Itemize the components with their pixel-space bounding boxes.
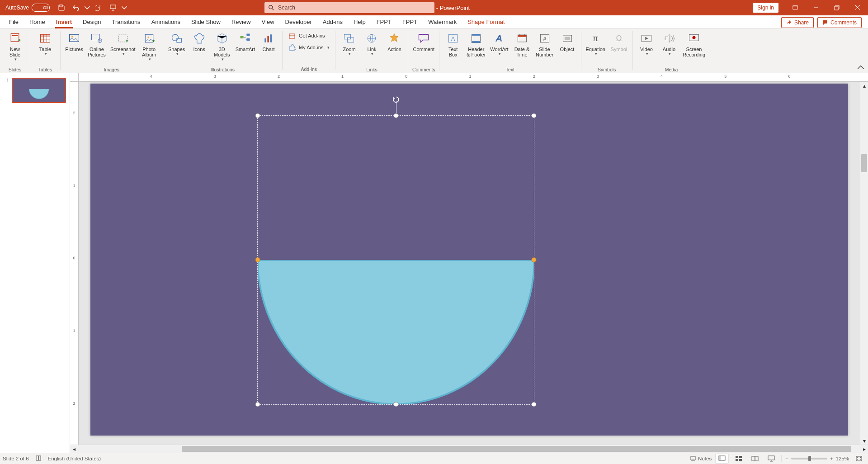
audio-button[interactable]: Audio ▾ bbox=[658, 30, 680, 66]
pictures-button[interactable]: Pictures bbox=[63, 30, 85, 66]
comment-button[interactable]: Comment bbox=[411, 30, 436, 66]
horizontal-ruler[interactable]: 4 3 2 1 0 1 2 3 4 5 6 bbox=[70, 73, 868, 82]
shapes-button[interactable]: Shapes ▾ bbox=[166, 30, 188, 66]
tab-design[interactable]: Design bbox=[77, 15, 106, 28]
datetime-button[interactable]: Date & Time bbox=[511, 30, 533, 66]
action-button[interactable]: Action bbox=[383, 30, 405, 66]
view-sorter-button[interactable] bbox=[732, 454, 745, 463]
tab-help[interactable]: Help bbox=[348, 15, 371, 28]
get-addins-button[interactable]: Get Add-ins bbox=[285, 30, 332, 41]
scroll-left-button[interactable]: ◂ bbox=[70, 445, 78, 453]
zoom-slider-knob[interactable] bbox=[808, 456, 811, 461]
tab-watermark[interactable]: Watermark bbox=[423, 15, 462, 28]
wordart-button[interactable]: A WordArt ▾ bbox=[488, 30, 510, 66]
view-slideshow-button[interactable] bbox=[765, 454, 778, 463]
comments-button[interactable]: Comments bbox=[817, 17, 862, 28]
link-button[interactable]: Link ▾ bbox=[361, 30, 382, 66]
qat-customize-button[interactable] bbox=[121, 1, 127, 14]
signin-button[interactable]: Sign in bbox=[753, 3, 778, 13]
shape-half-circle[interactable] bbox=[258, 260, 534, 404]
zoom-button[interactable]: Zoom ▾ bbox=[338, 30, 360, 66]
view-normal-button[interactable] bbox=[715, 454, 729, 464]
tab-shape-format[interactable]: Shape Format bbox=[462, 15, 510, 28]
video-button[interactable]: Video ▾ bbox=[636, 30, 657, 66]
undo-button[interactable] bbox=[70, 1, 82, 14]
tab-animations[interactable]: Animations bbox=[146, 15, 186, 28]
minimize-button[interactable] bbox=[806, 0, 826, 15]
screenshot-button[interactable]: Screenshot ▾ bbox=[108, 30, 137, 66]
slidenumber-button[interactable]: # Slide Number bbox=[534, 30, 556, 66]
accessibility-icon[interactable] bbox=[35, 455, 42, 462]
share-button[interactable]: Share bbox=[781, 17, 814, 28]
scroll-right-button[interactable]: ▸ bbox=[860, 445, 868, 453]
undo-more-button[interactable] bbox=[84, 1, 90, 14]
horizontal-scrollbar[interactable]: ◂ ▸ bbox=[70, 445, 868, 453]
new-slide-button[interactable]: New Slide ▾ bbox=[3, 30, 27, 66]
header-footer-button[interactable]: Header & Footer bbox=[465, 30, 487, 66]
rotate-handle[interactable] bbox=[392, 96, 400, 105]
fit-to-window-button[interactable] bbox=[853, 454, 865, 463]
redo-button[interactable] bbox=[92, 1, 105, 14]
thumbnail-preview[interactable] bbox=[12, 78, 66, 103]
tab-file[interactable]: File bbox=[4, 15, 24, 28]
hscroll-track[interactable] bbox=[78, 445, 860, 453]
tab-review[interactable]: Review bbox=[226, 15, 256, 28]
tab-transitions[interactable]: Transitions bbox=[107, 15, 146, 28]
resize-handle-s[interactable] bbox=[393, 402, 398, 407]
adjust-handle-w[interactable] bbox=[255, 258, 260, 262]
thumbnails-pane[interactable]: 1 bbox=[0, 73, 70, 453]
zoom-in-button[interactable]: + bbox=[830, 456, 833, 461]
view-reading-button[interactable] bbox=[749, 454, 761, 463]
tab-fppt-2[interactable]: FPPT bbox=[397, 15, 423, 28]
maximize-button[interactable] bbox=[826, 0, 847, 15]
zoom-slider[interactable] bbox=[791, 458, 827, 459]
selection-box[interactable] bbox=[257, 115, 535, 405]
resize-handle-n[interactable] bbox=[393, 113, 398, 118]
tab-fppt-1[interactable]: FPPT bbox=[371, 15, 397, 28]
resize-handle-se[interactable] bbox=[532, 402, 537, 407]
autosave-toggle[interactable]: AutoSave Off bbox=[2, 2, 53, 13]
scroll-up-button[interactable]: ▴ bbox=[860, 82, 868, 89]
photo-album-button[interactable]: Photo Album ▾ bbox=[138, 30, 160, 66]
tab-insert[interactable]: Insert bbox=[51, 15, 77, 28]
online-pictures-button[interactable]: Online Pictures bbox=[86, 30, 108, 66]
tab-addins[interactable]: Add-ins bbox=[317, 15, 348, 28]
textbox-button[interactable]: A Text Box bbox=[442, 30, 464, 66]
tab-developer[interactable]: Developer bbox=[280, 15, 317, 28]
status-slide-info[interactable]: Slide 2 of 6 bbox=[3, 456, 29, 461]
status-language[interactable]: English (United States) bbox=[48, 456, 101, 461]
chart-button[interactable]: Chart bbox=[258, 30, 279, 66]
hscroll-thumb[interactable] bbox=[182, 446, 851, 452]
smartart-button[interactable]: SmartArt bbox=[234, 30, 257, 66]
adjust-handle-e[interactable] bbox=[532, 258, 537, 262]
collapse-ribbon-button[interactable] bbox=[856, 64, 865, 71]
3d-models-button[interactable]: 3D Models ▾ bbox=[211, 30, 233, 66]
slide[interactable] bbox=[90, 84, 848, 436]
screen-recording-button[interactable]: Screen Recording bbox=[681, 30, 707, 66]
scroll-down-button[interactable]: ▾ bbox=[860, 437, 868, 445]
zoom-level[interactable]: 125% bbox=[836, 456, 849, 461]
search-box[interactable]: Search bbox=[264, 2, 434, 13]
resize-handle-ne[interactable] bbox=[532, 113, 537, 118]
icons-button[interactable]: Icons bbox=[189, 30, 210, 66]
resize-handle-sw[interactable] bbox=[255, 402, 260, 407]
tab-slideshow[interactable]: Slide Show bbox=[186, 15, 226, 28]
tab-view[interactable]: View bbox=[256, 15, 280, 28]
my-addins-button[interactable]: My Add-ins ▾ bbox=[285, 42, 332, 53]
zoom-out-button[interactable]: − bbox=[785, 456, 788, 461]
tab-home[interactable]: Home bbox=[24, 15, 51, 28]
resize-handle-nw[interactable] bbox=[255, 113, 260, 118]
vertical-scrollbar[interactable]: ▴ ▾ bbox=[860, 82, 868, 445]
object-button[interactable]: Object bbox=[557, 30, 578, 66]
equation-button[interactable]: π Equation ▾ bbox=[584, 30, 607, 66]
thumbnail-item[interactable]: 1 bbox=[4, 78, 66, 103]
slideshow-from-start-button[interactable] bbox=[107, 1, 119, 14]
close-button[interactable] bbox=[847, 0, 868, 15]
vertical-ruler[interactable]: 2 1 0 1 2 bbox=[70, 82, 79, 445]
table-button[interactable]: Table ▾ bbox=[33, 30, 57, 66]
notes-button[interactable]: Notes bbox=[690, 455, 712, 462]
ribbon-display-options-button[interactable] bbox=[785, 0, 806, 15]
save-button[interactable] bbox=[55, 1, 68, 14]
scroll-thumb[interactable] bbox=[861, 154, 867, 172]
canvas[interactable] bbox=[79, 82, 860, 445]
